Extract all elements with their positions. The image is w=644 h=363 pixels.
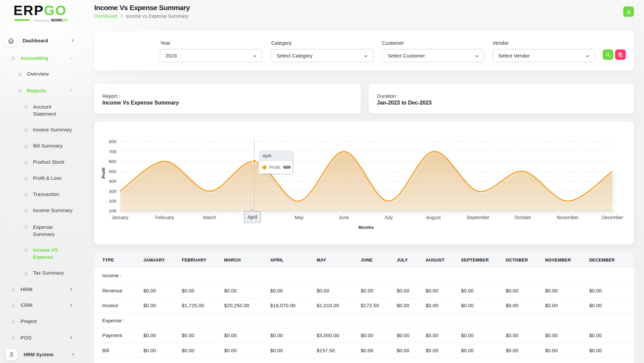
svg-text:400: 400: [109, 179, 116, 184]
svg-text:September: September: [467, 215, 490, 220]
svg-text:October: October: [514, 215, 531, 220]
svg-text:200: 200: [109, 199, 116, 204]
svg-text:January: January: [112, 215, 129, 220]
svg-text:July: July: [384, 215, 393, 220]
svg-text:December: December: [602, 215, 623, 220]
svg-text:Profit: Profit: [101, 167, 106, 178]
svg-text:May: May: [295, 215, 303, 220]
svg-text:700: 700: [109, 149, 116, 154]
svg-text:June: June: [339, 215, 349, 220]
svg-text:300: 300: [109, 189, 116, 194]
svg-text:Months: Months: [358, 225, 374, 230]
svg-text:November: November: [557, 215, 579, 220]
svg-text:February: February: [155, 215, 174, 220]
svg-text:500: 500: [109, 169, 116, 174]
svg-text:800: 800: [109, 139, 116, 144]
svg-text:100: 100: [109, 208, 116, 213]
svg-text:600: 600: [109, 159, 116, 164]
svg-text:March: March: [203, 215, 216, 220]
svg-text:April: April: [248, 214, 257, 220]
svg-text:August: August: [426, 215, 441, 220]
